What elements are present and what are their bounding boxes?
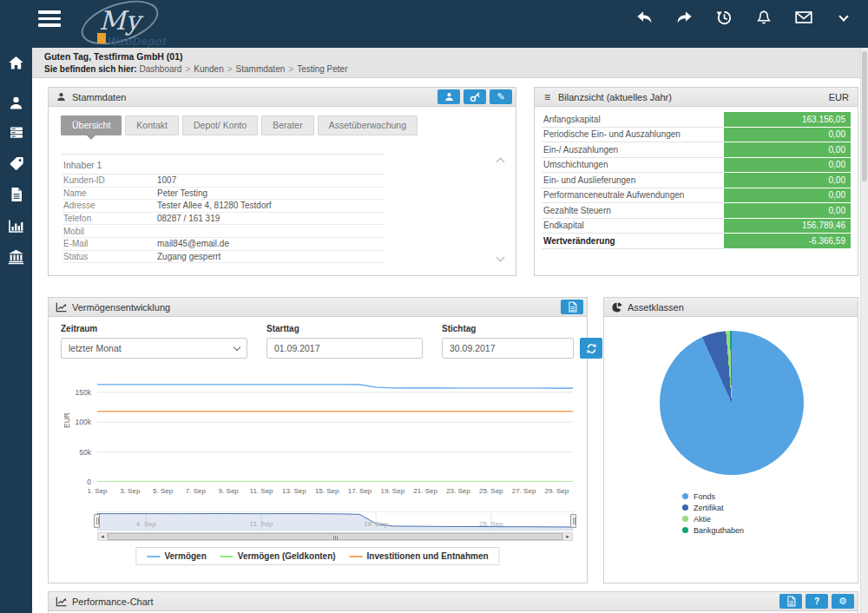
key-icon (470, 91, 481, 102)
pie-legend-item[interactable]: Bankguthaben (682, 524, 744, 536)
starttag-input[interactable]: 01.09.2017 (266, 338, 423, 359)
scrollbar-right-arrow[interactable]: ▸ (562, 533, 572, 540)
balance-row: Gezahlte Steuern0,00 (542, 203, 851, 219)
bilanzsicht-panel: ≡ Bilanzsicht (aktuelles Jahr) EUR Anfan… (534, 87, 858, 276)
performance-chart-header: Performance-Chart ? ⚙ (49, 592, 858, 611)
pie-chart[interactable] (660, 331, 804, 475)
sidebar-item-depots[interactable] (0, 117, 32, 147)
person-icon (56, 91, 67, 102)
export-pdf-button[interactable] (561, 300, 583, 314)
page-scrollbar-thumb[interactable] (862, 51, 867, 181)
app-logo[interactable]: My WebDepot (76, 2, 181, 47)
undo-icon[interactable] (635, 10, 653, 26)
chart-navigator[interactable]: 4. Sep11. Sep18. Sep25. Sep (97, 511, 573, 531)
balance-row: Ein- und Auslieferungen0,00 (542, 173, 851, 188)
envelope-icon[interactable] (795, 10, 812, 26)
legend-dash (147, 556, 160, 557)
pie-legend-label: Zertifikat (694, 504, 724, 512)
pencil-icon: ✎ (496, 91, 504, 102)
breadcrumb-item[interactable]: Stammdaten (236, 64, 286, 74)
y-axis-title: EUR (62, 412, 71, 428)
scroll-down-icon[interactable] (496, 254, 505, 262)
field-value: 08287 / 161 319 (157, 214, 220, 223)
tab-asset-berwachung[interactable]: Assetüberwachung (318, 115, 418, 135)
breadcrumb-item[interactable]: Dashboard (139, 64, 181, 74)
stichtag-input[interactable]: 30.09.2017 (442, 338, 574, 359)
sidebar-item-bank[interactable] (0, 242, 32, 272)
export-pdf-button[interactable] (779, 594, 802, 609)
field-row: AdresseTester Allee 4, 81280 Testdorf (62, 200, 385, 213)
pie-legend-dot (682, 516, 688, 522)
help-button[interactable]: ? (806, 594, 828, 609)
breadcrumb-item[interactable]: Kunden (194, 64, 223, 74)
pie-legend-item[interactable]: Zertifikat (682, 502, 744, 513)
legend-item[interactable]: Vermögen (147, 551, 206, 561)
file-pdf-icon (786, 596, 796, 607)
x-axis-tick-label: 13. Sep (282, 487, 306, 495)
scroll-up-icon[interactable] (496, 158, 505, 167)
field-label: Telefon (62, 214, 157, 223)
balance-row: Performanceneutrale Aufwendungen0,00 (542, 188, 851, 204)
field-row: Telefon08287 / 161 319 (62, 213, 385, 226)
refresh-button[interactable] (580, 338, 602, 359)
sidebar-item-tags[interactable] (0, 148, 32, 178)
balance-label: Gezahlte Steuern (542, 203, 724, 219)
field-row: E-Mailmail845@email.de (62, 238, 385, 251)
balance-row: Endkapital156.789,46 (542, 219, 851, 234)
key-button[interactable] (464, 89, 486, 104)
breadcrumb-item[interactable]: Testing Peter (297, 64, 347, 74)
sidebar-item-home[interactable] (0, 48, 32, 77)
scrollbar-left-arrow[interactable]: ◂ (98, 533, 108, 540)
chart-plot-area (97, 371, 573, 482)
tab--bersicht[interactable]: Übersicht (61, 115, 122, 135)
navigator-left-handle[interactable] (94, 514, 100, 528)
legend-item[interactable]: Investitionen und Entnahmen (350, 551, 489, 561)
redo-icon[interactable] (675, 10, 693, 26)
field-label: Kunden-ID (62, 175, 157, 185)
x-axis-tick-label: 29. Sep (545, 487, 569, 495)
balance-label: Ein-/ Auszahlungen (542, 142, 724, 158)
chevron-down-icon[interactable] (835, 10, 852, 26)
sidebar-item-reports[interactable] (0, 211, 32, 241)
legend-dash (350, 556, 363, 557)
person-icon (9, 96, 23, 110)
settings-button[interactable]: ⚙ (832, 594, 854, 609)
stammdaten-header: Stammdaten ✎ (49, 88, 516, 107)
field-row: Kunden-ID1007 (62, 175, 385, 188)
field-label: Adresse (62, 201, 157, 210)
bar-chart-icon (8, 219, 24, 234)
zeitraum-value: letzter Monat (69, 343, 122, 353)
logo-my-text: My (99, 5, 141, 36)
edit-button[interactable]: ✎ (490, 89, 512, 104)
line-chart-icon (56, 301, 67, 313)
legend-item[interactable]: Vermögen (Geldkonten) (220, 551, 336, 561)
field-label: Name (62, 188, 157, 198)
history-icon[interactable] (715, 10, 733, 26)
sidebar-item-customers[interactable] (0, 88, 32, 117)
scrollbar-thumb[interactable] (108, 533, 562, 540)
zeitraum-select[interactable]: letzter Monat (61, 338, 247, 359)
balance-label: Umschichtungen (542, 158, 724, 174)
chart-scrollbar[interactable]: ◂ ▸ (97, 532, 573, 541)
tab-depot-konto[interactable]: Depot/ Konto (182, 115, 258, 135)
tab-berater[interactable]: Berater (261, 115, 313, 135)
balance-label: Ein- und Auslieferungen (542, 173, 724, 188)
bell-icon[interactable] (755, 10, 773, 26)
balance-row: Umschichtungen0,00 (542, 158, 851, 174)
currency-label: EUR (829, 92, 849, 102)
balance-label: Wertveränderung (542, 234, 724, 249)
y-axis-tick-label: 100k (76, 418, 91, 426)
sidebar-item-documents[interactable] (0, 180, 32, 209)
pie-legend-item[interactable]: Aktie (682, 513, 744, 524)
field-row: NamePeter Testing (62, 188, 385, 201)
field-value: 1007 (157, 175, 176, 185)
navigator-right-handle[interactable] (570, 514, 576, 528)
field-label: Status (62, 252, 157, 261)
pie-legend-item[interactable]: Fonds (682, 491, 744, 502)
user-button[interactable] (437, 89, 460, 104)
page-scrollbar[interactable] (860, 48, 868, 613)
vermoegensentwicklung-header: Vermögensentwicklung (49, 298, 587, 317)
list-icon: ≡ (542, 91, 553, 102)
tab-kontakt[interactable]: Kontakt (125, 115, 179, 135)
hamburger-menu-icon[interactable] (38, 10, 61, 30)
